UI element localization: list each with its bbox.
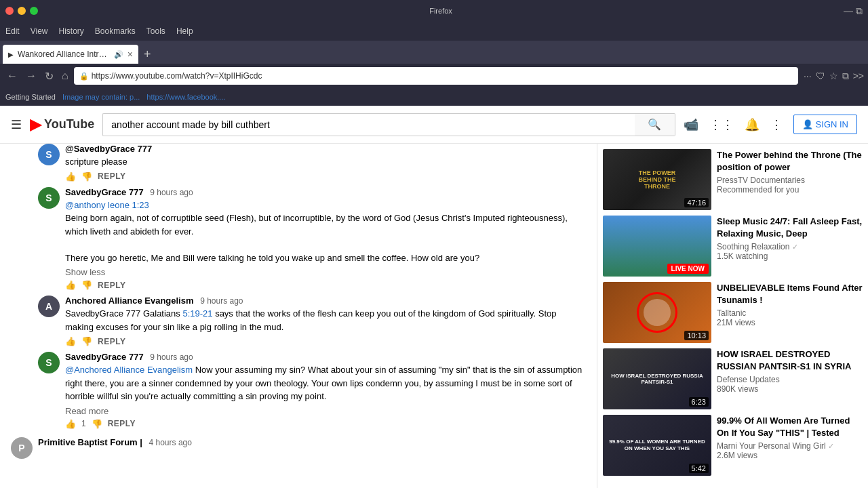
bell-icon[interactable]: 🔔: [745, 117, 760, 132]
comment-body: Anchored Alliance Evangelism 9 hours ago…: [65, 296, 586, 346]
expand-icon[interactable]: >>: [853, 70, 864, 81]
sidebar-video-4[interactable]: HOW ISRAEL DESTROYED RUSSIA PANTSIR-S1 6…: [603, 348, 863, 409]
yt-logo[interactable]: ▶ YouTube: [30, 116, 94, 134]
like-btn[interactable]: 👍: [65, 419, 76, 429]
reply-btn[interactable]: REPLY: [98, 281, 125, 290]
comment-thread-5: P Primitive Baptist Forum | 4 hours ago: [11, 437, 586, 459]
channel-name: Talltanic: [717, 308, 863, 318]
bookmark-getting-started[interactable]: Getting Started: [5, 93, 56, 101]
read-more-btn[interactable]: Read more: [65, 406, 108, 416]
comment-author[interactable]: @SavedbyGrace 777: [65, 144, 152, 154]
reply-btn[interactable]: REPLY: [108, 419, 136, 428]
sidebar: THE POWERBEHIND THETHRONE 47:16 The Powe…: [597, 144, 868, 488]
sidebar-video-5[interactable]: 99.9% OF ALL WOMEN ARE TURNED ON WHEN YO…: [603, 415, 863, 476]
comment-author[interactable]: SavedbyGrace 777: [65, 187, 144, 197]
bookmark-icon[interactable]: ☆: [829, 70, 838, 81]
url-actions: ··· 🛡 ☆ ⧉ >>: [804, 70, 864, 82]
comment-author[interactable]: Anchored Alliance Evangelism: [65, 296, 194, 306]
comment-time: 4 hours ago: [149, 438, 192, 447]
minimize-btn[interactable]: —: [844, 5, 853, 17]
camera-icon[interactable]: 📹: [684, 117, 698, 132]
menu-history[interactable]: History: [58, 26, 83, 36]
tab-title: Wankored Alliance Intro - C: [18, 49, 110, 59]
like-btn[interactable]: 👍: [65, 171, 76, 182]
bookmark-facebook-url[interactable]: https://www.facebook....: [146, 93, 225, 101]
forward-btn[interactable]: →: [23, 68, 39, 83]
tab-close-btn[interactable]: ×: [127, 49, 133, 60]
new-tab-btn[interactable]: +: [138, 45, 157, 64]
refresh-btn[interactable]: ↻: [42, 68, 56, 84]
reply-btn[interactable]: REPLY: [98, 337, 125, 346]
comment-time: 9 hours ago: [200, 296, 243, 306]
show-less-btn[interactable]: Show less: [65, 267, 105, 277]
verified-icon: ✓: [792, 243, 798, 251]
main-content: S @SavedbyGrace 777 scripture please 👍 👎…: [0, 144, 868, 488]
comment-thread-4: S SavedbyGrace 777 9 hours ago @Anchored…: [38, 352, 586, 429]
video-info: 99.9% Of All Women Are Turned On If You …: [717, 415, 863, 476]
comment-author[interactable]: Primitive Baptist Forum |: [38, 437, 142, 447]
bookmark-facebook-img[interactable]: Image may contain: p...: [62, 93, 140, 101]
menu-tools[interactable]: Tools: [146, 26, 165, 36]
video-title: The Power behind the Throne (The positio…: [717, 149, 863, 174]
galatians-link[interactable]: 5:19-21: [182, 308, 212, 319]
dislike-btn[interactable]: 👎: [92, 419, 102, 429]
more-icon[interactable]: ···: [804, 70, 812, 81]
menu-edit[interactable]: Edit: [5, 26, 20, 36]
browser-tab[interactable]: ▶ Wankored Alliance Intro - C 🔊 ×: [3, 45, 138, 64]
bookmarks-bar: Getting Started Image may contain: p... …: [0, 88, 868, 106]
more-icon[interactable]: ⋮: [770, 117, 783, 132]
channel-name: Marni Your Personal Wing Girl ✓: [717, 441, 863, 451]
video-info: Sleep Music 24/7: Fall Asleep Fast, Rela…: [717, 216, 863, 277]
channel-name: Defense Updates: [717, 375, 863, 384]
menu-bar: Edit View History Bookmarks Tools Help: [0, 22, 868, 41]
sign-in-btn[interactable]: 👤 SIGN IN: [793, 115, 857, 134]
avatar: S: [38, 144, 60, 165]
search-button[interactable]: 🔍: [635, 113, 675, 136]
dislike-btn[interactable]: 👎: [81, 171, 92, 182]
hamburger-menu[interactable]: ☰: [11, 117, 22, 132]
menu-help[interactable]: Help: [176, 26, 193, 36]
comment-text: SavedbyGrace 777 Galatians 5:19-21 says …: [65, 307, 586, 333]
menu-view[interactable]: View: [31, 26, 48, 36]
mention-link[interactable]: @Anchored Alliance Evangelism: [65, 365, 193, 375]
audio-icon: 🔊: [114, 50, 123, 59]
verified-icon: ✓: [828, 442, 834, 450]
tab-favicon: ▶: [8, 51, 14, 58]
video-meta: 1.5K watching: [717, 251, 863, 261]
dislike-btn[interactable]: 👎: [81, 336, 92, 346]
reply-btn[interactable]: REPLY: [98, 171, 125, 181]
comment-actions: 👍 👎 REPLY: [65, 280, 586, 290]
sidebar-toggle[interactable]: ⧉: [842, 70, 849, 82]
ref-link[interactable]: 1:23: [132, 200, 149, 210]
like-btn[interactable]: 👍: [65, 280, 76, 290]
video-title: UNBELIEVABLE Items Found After Tsunamis …: [717, 282, 863, 306]
comment-body: SavedbyGrace 777 9 hours ago @Anchored A…: [65, 352, 586, 429]
channel-name: Soothing Relaxation ✓: [717, 242, 863, 251]
thumbnail-container: HOW ISRAEL DESTROYED RUSSIA PANTSIR-S1 6…: [603, 348, 711, 409]
comment-time: 9 hours ago: [150, 352, 193, 362]
dislike-btn[interactable]: 👎: [81, 280, 92, 290]
sidebar-video-1[interactable]: THE POWERBEHIND THETHRONE 47:16 The Powe…: [603, 149, 863, 210]
sidebar-video-2[interactable]: LIVE NOW Sleep Music 24/7: Fall Asleep F…: [603, 216, 863, 277]
maximize-btn[interactable]: ⧉: [856, 5, 863, 17]
search-input[interactable]: [102, 113, 634, 136]
comment-actions: 👍 1 👎 REPLY: [65, 419, 586, 429]
video-duration: 10:13: [684, 331, 709, 340]
sidebar-video-3[interactable]: 10:13 UNBELIEVABLE Items Found After Tsu…: [603, 282, 863, 343]
channel-name: PressTV Documentaries: [717, 176, 863, 185]
url-bar[interactable]: 🔒 https://www.youtube.com/watch?v=XtpIIH…: [74, 67, 798, 85]
menu-bookmarks[interactable]: Bookmarks: [95, 26, 136, 36]
url-text: https://www.youtube.com/watch?v=XtpIIHiG…: [92, 71, 262, 81]
comment-thread-2: S SavedbyGrace 777 9 hours ago @anthony …: [38, 187, 586, 291]
home-btn[interactable]: ⌂: [59, 68, 71, 83]
comment-time: 9 hours ago: [150, 188, 193, 197]
like-btn[interactable]: 👍: [65, 336, 76, 346]
shield-icon[interactable]: 🛡: [816, 70, 825, 81]
apps-icon[interactable]: ⋮⋮: [709, 117, 734, 132]
comment-actions: 👍 👎 REPLY: [65, 171, 586, 182]
comment-text: @Anchored Alliance Evangelism Now your a…: [65, 363, 586, 403]
back-btn[interactable]: ←: [4, 68, 20, 83]
lock-icon: 🔒: [79, 72, 89, 81]
mention-link[interactable]: @anthony leone: [65, 200, 130, 210]
comment-author[interactable]: SavedbyGrace 777: [65, 352, 144, 362]
